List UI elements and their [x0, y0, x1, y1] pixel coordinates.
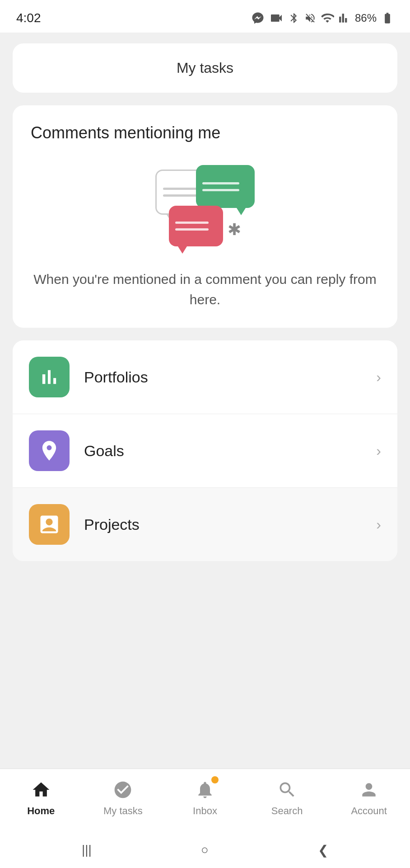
status-bar: 4:02 86%	[0, 0, 410, 33]
comments-title: Comments mentioning me	[31, 123, 379, 142]
goals-chevron: ›	[376, 443, 381, 459]
nav-item-search[interactable]: Search	[246, 776, 328, 819]
status-time: 4:02	[16, 11, 41, 25]
bell-icon	[195, 780, 215, 800]
messenger-icon	[251, 11, 265, 25]
bluetooth-icon	[288, 12, 300, 24]
portfolios-chevron: ›	[376, 369, 381, 386]
comments-illustration: ✱	[31, 165, 379, 246]
bubble-line-white-1	[202, 182, 239, 184]
inbox-badge	[211, 776, 219, 783]
account-nav-label: Account	[351, 805, 387, 817]
menu-item-portfolios[interactable]: Portfolios ›	[13, 340, 397, 414]
nav-item-my-tasks[interactable]: My tasks	[82, 776, 164, 819]
bubble-line-red-2	[175, 228, 209, 231]
search-nav-label: Search	[271, 805, 303, 817]
menu-item-goals[interactable]: Goals ›	[13, 414, 397, 488]
battery-text: 86%	[355, 12, 377, 24]
search-nav-icon	[275, 778, 299, 802]
android-nav: ||| ○ ❮	[0, 832, 410, 868]
search-icon	[277, 780, 297, 800]
battery-icon	[381, 12, 394, 24]
account-nav-icon	[357, 778, 381, 802]
bubble-line-1	[163, 188, 198, 190]
my-tasks-nav-label: My tasks	[103, 805, 143, 817]
bubble-green	[196, 165, 255, 208]
goals-icon	[37, 439, 61, 462]
nav-item-home[interactable]: Home	[0, 776, 82, 819]
wifi-icon	[321, 11, 334, 25]
person-icon	[359, 780, 379, 800]
nav-item-inbox[interactable]: Inbox	[164, 776, 246, 819]
nav-item-account[interactable]: Account	[328, 776, 410, 819]
goals-label: Goals	[84, 442, 376, 460]
video-icon	[269, 11, 284, 25]
menu-item-projects[interactable]: Projects ›	[13, 488, 397, 561]
my-tasks-label: My tasks	[177, 60, 233, 76]
bottom-nav: Home My tasks Inbox Search	[0, 769, 410, 832]
bubble-line-2	[163, 194, 198, 197]
android-home-btn[interactable]: ○	[201, 843, 209, 857]
check-circle-icon	[113, 780, 133, 800]
projects-label: Projects	[84, 516, 376, 533]
signal-icon	[339, 12, 350, 24]
android-recents-btn[interactable]: |||	[82, 843, 92, 857]
inbox-nav-icon	[193, 778, 217, 802]
main-content: My tasks Comments mentioning me	[0, 33, 410, 769]
android-back-btn[interactable]: ❮	[318, 843, 328, 858]
bubble-line-white-2	[202, 189, 239, 191]
inbox-nav-label: Inbox	[193, 805, 217, 817]
comments-card: Comments mentioning me ✱	[13, 105, 397, 328]
portfolios-icon-bg	[29, 357, 70, 397]
status-icons: 86%	[251, 11, 394, 25]
projects-icon-bg	[29, 504, 70, 545]
comments-description: When you're mentioned in a comment you c…	[31, 269, 379, 310]
home-icon	[31, 780, 51, 800]
portfolios-icon	[37, 365, 61, 389]
home-nav-icon	[29, 778, 53, 802]
menu-card: Portfolios › Goals › Projects ›	[13, 340, 397, 561]
bubble-container: ✱	[155, 165, 255, 246]
bubble-red	[169, 206, 223, 246]
goals-icon-bg	[29, 430, 70, 471]
my-tasks-nav-icon	[111, 778, 135, 802]
portfolios-label: Portfolios	[84, 368, 376, 386]
my-tasks-card[interactable]: My tasks	[13, 43, 397, 93]
asterisk-icon: ✱	[228, 220, 241, 239]
bubble-line-red-1	[175, 222, 209, 224]
projects-icon	[37, 513, 61, 536]
projects-chevron: ›	[376, 516, 381, 533]
home-nav-label: Home	[27, 805, 55, 817]
mute-icon	[304, 12, 316, 24]
